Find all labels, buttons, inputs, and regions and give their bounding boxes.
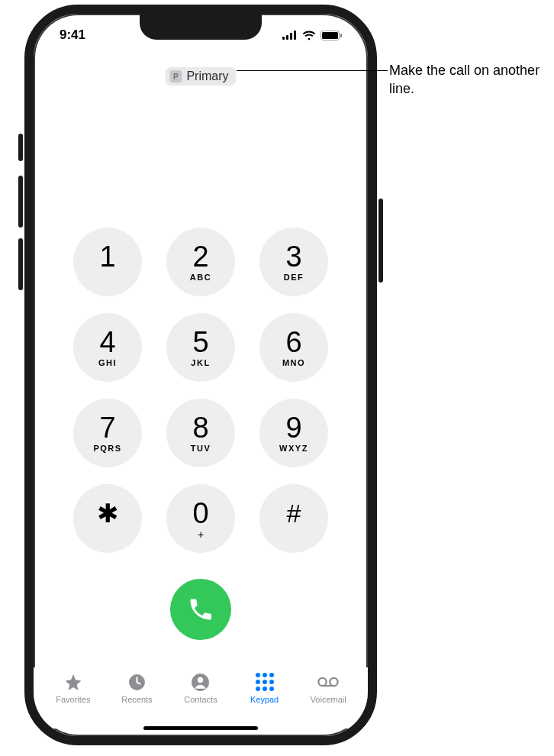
svg-rect-6 [340, 34, 342, 37]
tab-bar: Favorites Recents Contacts Keypad Voicem… [34, 667, 368, 729]
notch [140, 12, 262, 40]
clock-icon [126, 672, 147, 692]
side-button [378, 199, 383, 283]
key-5[interactable]: 5JKL [166, 313, 235, 382]
svg-rect-2 [290, 33, 292, 40]
silent-switch [18, 134, 23, 161]
key-digit: 8 [192, 413, 208, 442]
key-letters: PQRS [93, 444, 121, 453]
wifi-icon [302, 31, 316, 40]
svg-rect-1 [286, 35, 288, 40]
key-letters: ABC [190, 273, 211, 282]
volume-down-button [18, 238, 23, 290]
key-2[interactable]: 2ABC [166, 228, 235, 296]
key-digit: 7 [99, 413, 115, 442]
svg-point-11 [330, 678, 338, 686]
key-letters: + [198, 529, 204, 538]
call-button[interactable] [170, 579, 231, 640]
tab-label: Keypad [250, 695, 279, 704]
person-icon [190, 672, 211, 692]
key-3[interactable]: 3DEF [259, 228, 328, 296]
key-letters: JKL [191, 358, 210, 367]
status-indicators [282, 31, 342, 40]
key-letters: MNO [282, 358, 305, 367]
tab-recents[interactable]: Recents [109, 672, 164, 704]
sim-selector[interactable]: P Primary [165, 67, 236, 86]
tab-label: Recents [121, 695, 152, 704]
voicemail-icon [317, 672, 339, 692]
tab-keypad[interactable]: Keypad [237, 672, 292, 704]
key-1[interactable]: 1 [73, 228, 142, 296]
svg-point-10 [319, 678, 327, 686]
key-letters: DEF [284, 273, 304, 282]
tab-label: Favorites [56, 695, 90, 704]
key-digit: 3 [285, 242, 301, 271]
svg-rect-0 [282, 37, 285, 40]
key-letters: TUV [191, 444, 211, 453]
home-indicator[interactable] [143, 726, 258, 730]
callout-leader-line [237, 70, 388, 71]
sim-badge-icon: P [169, 70, 182, 82]
key-digit: 1 [99, 242, 115, 271]
cellular-icon [282, 31, 298, 40]
key-letters: WXYZ [279, 444, 308, 453]
key-star[interactable]: ✱ [73, 484, 142, 553]
key-digit: 5 [192, 328, 208, 357]
key-digit: 6 [285, 328, 301, 357]
keypad-icon [254, 672, 275, 692]
status-time: 9:41 [60, 27, 85, 43]
key-0[interactable]: 0+ [166, 484, 235, 553]
star-icon [63, 672, 84, 692]
tab-label: Voicemail [311, 695, 346, 704]
svg-rect-3 [294, 31, 296, 40]
key-digit: ✱ [97, 500, 118, 526]
key-9[interactable]: 9WXYZ [259, 399, 328, 467]
tab-voicemail[interactable]: Voicemail [301, 672, 356, 704]
key-digit: 0 [192, 499, 208, 528]
key-hash[interactable]: # [259, 484, 328, 553]
key-digit: 9 [285, 413, 301, 442]
sim-label: Primary [186, 69, 228, 83]
svg-point-9 [198, 677, 203, 682]
iphone-frame: 9:41 P Primary 1 2ABC 3DEF 4GHI 5JKL 6MN… [24, 5, 377, 745]
volume-up-button [18, 176, 23, 228]
key-4[interactable]: 4GHI [73, 313, 142, 382]
key-8[interactable]: 8TUV [166, 399, 235, 467]
key-7[interactable]: 7PQRS [73, 399, 142, 467]
phone-icon [187, 596, 214, 623]
svg-rect-5 [322, 32, 338, 39]
keypad: 1 2ABC 3DEF 4GHI 5JKL 6MNO 7PQRS 8TUV 9W… [73, 228, 328, 553]
key-letters: GHI [98, 358, 117, 367]
tab-contacts[interactable]: Contacts [173, 672, 228, 704]
battery-icon [320, 31, 342, 40]
key-6[interactable]: 6MNO [259, 313, 328, 382]
key-digit: 4 [99, 328, 115, 357]
callout-text: Make the call on another line. [389, 61, 542, 99]
tab-label: Contacts [184, 695, 217, 704]
tab-favorites[interactable]: Favorites [46, 672, 101, 704]
key-digit: # [287, 500, 301, 526]
key-digit: 2 [192, 242, 208, 271]
